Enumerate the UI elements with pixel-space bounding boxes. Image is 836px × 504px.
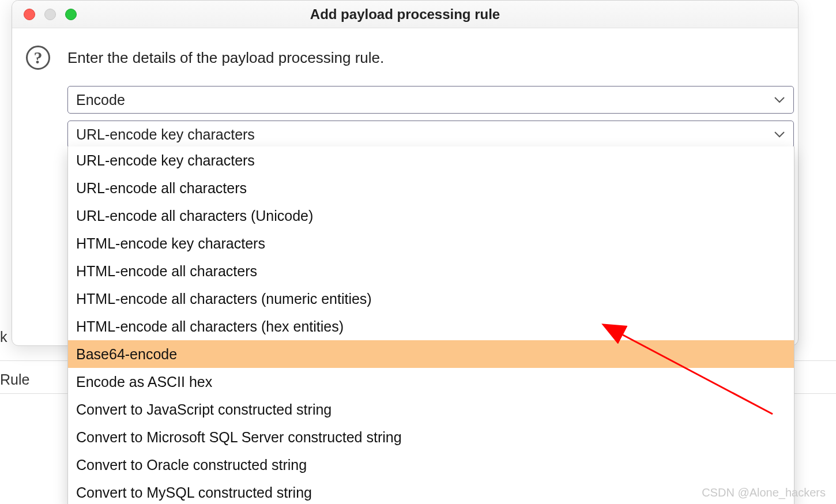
dropdown-option[interactable]: Convert to JavaScript constructed string: [68, 396, 794, 423]
rule-type-select[interactable]: Encode: [67, 86, 794, 114]
encoding-select[interactable]: URL-encode key characters: [67, 121, 794, 148]
encoding-dropdown[interactable]: URL-encode key charactersURL-encode all …: [67, 146, 794, 504]
instruction-row: ? Enter the details of the payload proce…: [26, 46, 784, 70]
bg-text-fragment: k: [0, 329, 7, 345]
titlebar: Add payload processing rule: [12, 1, 798, 28]
dropdown-option[interactable]: Convert to Microsoft SQL Server construc…: [68, 423, 794, 451]
chevron-down-icon: [774, 96, 785, 104]
dropdown-option[interactable]: HTML-encode all characters (numeric enti…: [68, 285, 794, 313]
encoding-value: URL-encode key characters: [76, 126, 255, 143]
dialog-body: ? Enter the details of the payload proce…: [12, 28, 798, 162]
chevron-down-icon: [774, 130, 785, 138]
dropdown-option[interactable]: HTML-encode all characters (hex entities…: [68, 313, 794, 340]
window-title: Add payload processing rule: [12, 6, 798, 22]
select-stack: Encode URL-encode key characters: [67, 86, 784, 148]
dropdown-option[interactable]: Convert to Oracle constructed string: [68, 451, 794, 479]
instruction-text: Enter the details of the payload process…: [67, 49, 384, 67]
dialog-window: Add payload processing rule ? Enter the …: [12, 0, 799, 346]
help-icon[interactable]: ?: [26, 46, 50, 70]
dropdown-option[interactable]: URL-encode all characters (Unicode): [68, 202, 794, 230]
rule-label: Rule: [0, 368, 29, 392]
dropdown-option[interactable]: Base64-encode: [68, 340, 794, 368]
dropdown-option[interactable]: Convert to MySQL constructed string: [68, 479, 794, 504]
dropdown-option[interactable]: URL-encode key characters: [68, 146, 794, 174]
watermark: CSDN @Alone_hackers: [702, 486, 826, 499]
rule-type-value: Encode: [76, 92, 125, 108]
dropdown-option[interactable]: HTML-encode key characters: [68, 230, 794, 257]
dropdown-option[interactable]: HTML-encode all characters: [68, 257, 794, 285]
dropdown-option[interactable]: Encode as ASCII hex: [68, 368, 794, 396]
dropdown-option[interactable]: URL-encode all characters: [68, 174, 794, 202]
